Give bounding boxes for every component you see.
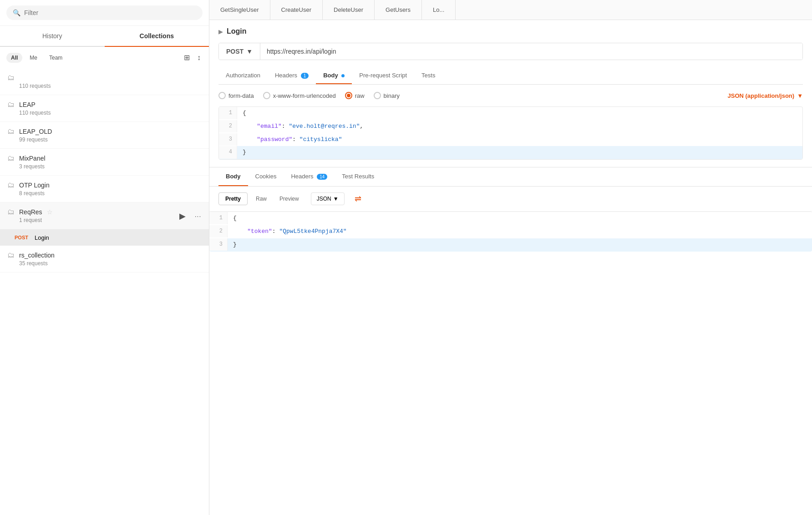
response-area: Body Cookies Headers 14 Test Results Pre… [209, 167, 812, 251]
tab-history[interactable]: History [0, 26, 105, 46]
search-icon: 🔍 [13, 9, 20, 16]
radio-circle-raw [345, 92, 352, 99]
pill-all[interactable]: All [6, 53, 22, 63]
star-icon[interactable]: ☆ [47, 208, 53, 216]
request-area: ▶ Login POST ▼ Authorization Headers 1 [209, 20, 812, 167]
method-label: POST [226, 48, 244, 55]
tab-getusers[interactable]: GetUsers [375, 0, 422, 20]
radio-urlencoded[interactable]: x-www-form-urlencoded [263, 92, 336, 99]
collection-name: LEAP [19, 101, 36, 108]
method-selector[interactable]: POST ▼ [219, 43, 260, 60]
format-pretty-button[interactable]: Pretty [218, 192, 248, 205]
sidebar: 🔍 History Collections All Me Team ⊞ ↕ [0, 0, 209, 515]
folder-icon: 🗂 [7, 127, 15, 136]
tab-deleteuser[interactable]: DeleteUser [323, 0, 375, 20]
response-body-editor[interactable]: 1 { 2 "token": "QpwL5tke4Pnpja7X4" 3 } [209, 212, 812, 251]
nav-headers[interactable]: Headers 1 [268, 67, 316, 84]
method-badge: POST [13, 234, 30, 241]
headers-badge: 1 [301, 73, 309, 79]
code-line: 2 "token": "QpwL5tke4Pnpja7X4" [209, 225, 812, 238]
code-line: 3 } [209, 238, 812, 252]
nav-pre-request[interactable]: Pre-request Script [352, 67, 414, 84]
new-collection-button[interactable]: ⊞ [182, 51, 192, 64]
resp-tab-headers[interactable]: Headers 14 [284, 167, 335, 186]
request-login-item[interactable]: POST Login [0, 229, 209, 246]
request-tabs-bar: GetSingleUser CreateUser DeleteUser GetU… [209, 0, 812, 20]
list-item: 🗂 LEAP_OLD 99 requests [0, 122, 209, 149]
tab-getsingleuser[interactable]: GetSingleUser [209, 0, 270, 20]
collection-name: rs_collection [19, 252, 55, 259]
radio-binary[interactable]: binary [374, 92, 400, 99]
search-input-wrapper[interactable]: 🔍 [6, 5, 203, 20]
main-panel: GetSingleUser CreateUser DeleteUser GetU… [209, 0, 812, 515]
body-dot [341, 74, 345, 77]
collection-name: LEAP_OLD [19, 128, 52, 135]
folder-icon: 🗂 [7, 101, 15, 109]
pill-me[interactable]: Me [25, 53, 42, 63]
request-body-editor[interactable]: 1 { 2 "email": "eve.holt@reqres.in", 3 "… [218, 106, 803, 160]
radio-form-data[interactable]: form-data [218, 92, 254, 99]
item-count: 3 requests [19, 163, 202, 170]
collection-leap[interactable]: 🗂 LEAP 110 requests [0, 95, 209, 122]
collection-name: MixPanel [19, 155, 46, 162]
item-count: 110 requests [19, 83, 202, 89]
collection-mixpanel[interactable]: 🗂 MixPanel 3 requests [0, 149, 209, 176]
folder-icon: 🗂 [7, 208, 15, 216]
list-item: 🗂 rs_collection 35 requests [0, 246, 209, 273]
request-name: Login [35, 234, 49, 241]
json-format-dropdown[interactable]: JSON ▼ [311, 192, 345, 205]
item-count: 110 requests [19, 110, 202, 116]
format-raw-button[interactable]: Raw [251, 193, 271, 205]
url-input[interactable] [260, 43, 802, 60]
list-item: 🗂 ReqRes ☆ 1 request ▶ ··· [0, 202, 209, 229]
list-item: 🗂 110 requests [0, 68, 209, 95]
radio-circle-urlencoded [263, 92, 270, 99]
wrap-button[interactable]: ⇌ [350, 191, 366, 207]
nav-body[interactable]: Body [316, 67, 352, 84]
tab-login-partial[interactable]: Lo... [422, 0, 456, 20]
url-bar: POST ▼ [218, 43, 803, 60]
radio-circle-binary [374, 92, 381, 99]
response-toolbar: Pretty Raw Preview JSON ▼ ⇌ [209, 187, 812, 212]
breadcrumb-name: Login [227, 27, 247, 35]
resp-tab-test-results[interactable]: Test Results [335, 167, 381, 186]
folder-icon: 🗂 [7, 154, 15, 162]
sort-button[interactable]: ↕ [195, 51, 203, 64]
radio-raw[interactable]: raw [345, 92, 365, 99]
item-count: 99 requests [19, 136, 202, 143]
collection-name: OTP Login [19, 182, 50, 189]
resp-tab-cookies[interactable]: Cookies [248, 167, 284, 186]
nav-authorization[interactable]: Authorization [218, 67, 268, 84]
breadcrumb-arrow: ▶ [218, 28, 223, 35]
tab-createuser[interactable]: CreateUser [270, 0, 323, 20]
more-actions-button[interactable]: ··· [192, 210, 204, 222]
code-line: 3 "password": "cityslicka" [219, 133, 802, 146]
body-type-row: form-data x-www-form-urlencoded raw bina… [218, 92, 803, 99]
code-line: 2 "email": "eve.holt@reqres.in", [219, 120, 802, 133]
collection-name: ReqRes [19, 208, 42, 216]
collections-list: 🗂 110 requests 🗂 LEAP 110 requests [0, 68, 209, 515]
collection-unnamed[interactable]: 🗂 110 requests [0, 68, 209, 95]
resp-tab-body[interactable]: Body [218, 167, 248, 186]
collection-leap-old[interactable]: 🗂 LEAP_OLD 99 requests [0, 122, 209, 149]
search-input[interactable] [24, 9, 196, 16]
code-line: 1 { [209, 212, 812, 225]
radio-circle-form-data [218, 92, 226, 99]
json-format-chevron: ▼ [333, 196, 339, 202]
format-preview-button[interactable]: Preview [275, 193, 304, 205]
filter-actions: ⊞ ↕ [182, 51, 203, 64]
item-count: 8 requests [19, 190, 202, 197]
sidebar-tabs: History Collections [0, 26, 209, 47]
collection-rs[interactable]: 🗂 rs_collection 35 requests [0, 246, 209, 273]
request-nav: Authorization Headers 1 Body Pre-request… [218, 67, 803, 85]
json-type-selector[interactable]: JSON (application/json) ▼ [728, 92, 803, 99]
tab-collections[interactable]: Collections [105, 26, 209, 46]
pill-team[interactable]: Team [45, 53, 67, 63]
nav-tests[interactable]: Tests [414, 67, 442, 84]
filter-pills: All Me Team [6, 53, 67, 63]
expand-button[interactable]: ▶ [176, 210, 189, 222]
folder-icon: 🗂 [7, 251, 15, 259]
collection-otp-login[interactable]: 🗂 OTP Login 8 requests [0, 176, 209, 202]
breadcrumb: ▶ Login [218, 27, 803, 35]
filter-row: All Me Team ⊞ ↕ [0, 47, 209, 68]
